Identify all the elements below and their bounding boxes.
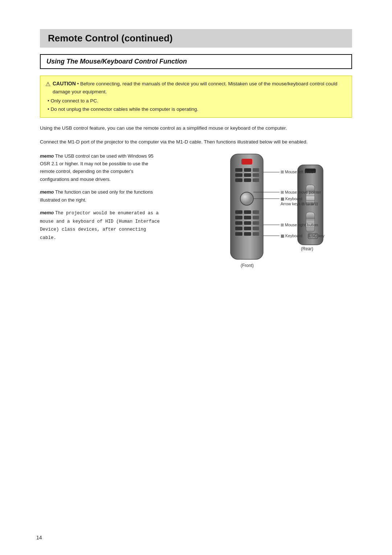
svg-rect-16 (244, 216, 251, 219)
memo-block-2: memo The function can be used only for t… (40, 188, 163, 204)
svg-rect-9 (244, 178, 251, 182)
page-title-section: Remote Control (continued) (40, 29, 352, 48)
svg-rect-23 (253, 227, 259, 230)
page-number: 14 (36, 535, 42, 540)
memo-text-3: The projector would be enumerated as a m… (40, 211, 160, 240)
caution-box: ⚠ CAUTION • Before connecting, read the … (40, 76, 352, 118)
svg-rect-22 (244, 227, 251, 230)
caution-line1: • Before connecting, read the manuals of… (53, 81, 337, 94)
svg-text:(Front): (Front) (241, 263, 254, 268)
svg-rect-5 (235, 173, 242, 177)
left-col: memo The USB control can be used with Wi… (40, 152, 163, 283)
svg-rect-3 (244, 168, 251, 172)
caution-bullet-1: Only connect to a PC. (48, 97, 347, 105)
svg-rect-25 (244, 232, 251, 236)
memo-label-3: memo (40, 210, 54, 215)
svg-rect-7 (253, 173, 259, 177)
memo-text-2: The function can be used only for the fu… (40, 189, 153, 202)
body-para-2: Connect the M1-D port of the projector t… (40, 138, 352, 146)
svg-rect-26 (253, 232, 259, 236)
svg-text:▦ Keyboard: ▦ Keyboard (281, 234, 302, 238)
svg-rect-1 (241, 159, 252, 165)
svg-rect-17 (253, 216, 259, 219)
memo-label-1: memo (40, 153, 54, 159)
svg-rect-24 (235, 232, 242, 236)
section-heading-text: Using The Mouse/Keyboard Control Functio… (46, 58, 187, 65)
svg-point-11 (240, 192, 253, 205)
caution-triangle-icon: ⚠ (45, 80, 50, 89)
caution-bullets: Only connect to a PC. Do not unplug the … (48, 97, 347, 114)
svg-text:Arrow keys ⊞/⊟/⊞/⊟: Arrow keys ⊞/⊟/⊞/⊟ (281, 202, 318, 206)
remote-diagram: ⊞ Mouse left button ⊞ Mouse move pointer… (194, 152, 332, 283)
svg-text:⊞ Mouse move pointer: ⊞ Mouse move pointer (281, 190, 321, 194)
svg-rect-13 (244, 210, 251, 214)
body-para-1: Using the USB control feature, you can u… (40, 124, 352, 132)
memo-block-1: memo The USB control can be used with Wi… (40, 152, 163, 183)
caution-bullet-2: Do not unplug the connector cables while… (48, 105, 347, 114)
svg-rect-33 (306, 212, 315, 232)
svg-rect-21 (235, 227, 242, 230)
svg-rect-19 (244, 221, 251, 225)
svg-text:key: key (318, 234, 325, 238)
memo-label-2: memo (40, 189, 54, 195)
svg-rect-4 (253, 168, 259, 172)
svg-rect-10 (253, 178, 259, 182)
svg-rect-6 (244, 173, 251, 177)
svg-rect-8 (235, 178, 242, 182)
two-col-section: memo The USB control can be used with Wi… (40, 152, 352, 283)
svg-rect-20 (253, 221, 259, 225)
svg-text:⊞ Mouse left button: ⊞ Mouse left button (281, 170, 315, 174)
svg-text:⊞ Mouse right button: ⊞ Mouse right button (281, 223, 318, 227)
svg-rect-18 (235, 221, 242, 225)
svg-rect-15 (235, 216, 242, 219)
section-heading: Using The Mouse/Keyboard Control Functio… (40, 54, 352, 69)
memo-block-3: memo The projector would be enumerated a… (40, 209, 163, 242)
right-col: ⊞ Mouse left button ⊞ Mouse move pointer… (174, 152, 352, 283)
caution-label: CAUTION (53, 81, 76, 86)
svg-rect-12 (235, 210, 242, 214)
svg-text:▦ Keyboard: ▦ Keyboard (281, 197, 302, 201)
svg-rect-14 (253, 210, 259, 214)
svg-text:(Rear): (Rear) (301, 246, 313, 251)
svg-rect-2 (235, 168, 242, 172)
page-title: Remote Control (continued) (48, 33, 173, 44)
memo-text-1: The USB control can be used with Windows… (40, 153, 154, 182)
svg-text:ESC: ESC (309, 234, 317, 238)
